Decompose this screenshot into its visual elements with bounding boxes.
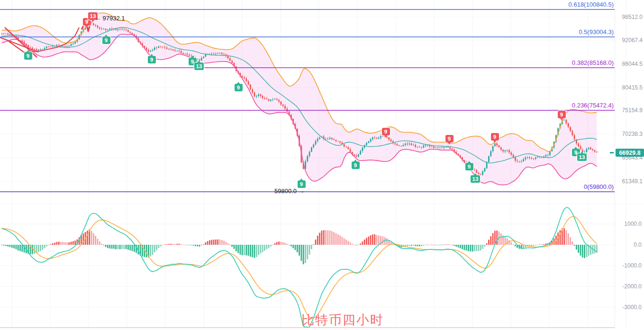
chart-canvas[interactable] xyxy=(0,0,644,330)
td-marker-9: 9 xyxy=(465,163,473,170)
chart-watermark-title: 比特币四小时 xyxy=(301,312,384,329)
trading-chart-app: 98512.092067.486044.580415.575154.970238… xyxy=(0,0,644,330)
td-marker-9: 9 xyxy=(235,84,243,91)
td-marker-9: 9 xyxy=(445,135,454,143)
last-price-badge: 66929.8 xyxy=(616,149,644,157)
td-marker-9: 9 xyxy=(491,133,499,141)
td-marker-9: 9 xyxy=(382,128,390,135)
td-marker-9: 9 xyxy=(298,180,306,188)
peak-price-annotation: ← 97932.1 xyxy=(95,15,125,22)
macd-lines xyxy=(2,207,597,327)
td-marker-9: 9 xyxy=(148,56,156,63)
macd-histogram xyxy=(1,228,597,264)
macd-line xyxy=(2,207,597,327)
td-marker-13: 13 xyxy=(194,62,204,70)
last-price-tick xyxy=(610,152,614,153)
td-marker-13: 13 xyxy=(471,175,480,183)
td-marker-9: 9 xyxy=(352,161,360,169)
td-marker-9: 9 xyxy=(102,36,110,44)
td-marker-13: 13 xyxy=(577,153,587,161)
fib-zero-price-annotation: 59800.0 → xyxy=(274,187,305,195)
td-marker-9: 9 xyxy=(558,111,566,118)
td-marker-9: 9 xyxy=(24,52,32,60)
